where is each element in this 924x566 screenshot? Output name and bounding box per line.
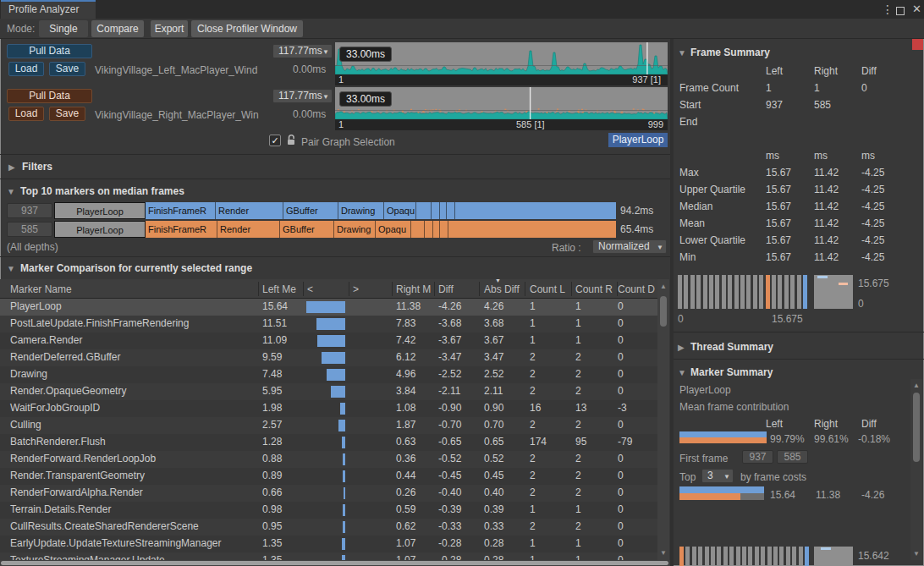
table-hscroll-thumb[interactable] — [1, 561, 668, 565]
table-row[interactable]: Render.OpaqueGeometry5.953.84-2.112.1122… — [0, 383, 657, 400]
marker-segment[interactable]: GBuffer — [280, 221, 334, 238]
col-left-bar[interactable]: < — [307, 283, 313, 295]
selected-marker-chip[interactable]: PlayerLoop — [608, 133, 668, 147]
frame-summary-foldout-icon[interactable]: ▼ — [678, 48, 686, 58]
filters-title[interactable]: Filters — [22, 161, 52, 173]
ms-histogram[interactable] — [679, 547, 811, 566]
maximize-icon[interactable] — [896, 5, 905, 19]
marker-segment[interactable]: Opaqu — [384, 202, 416, 219]
close-profiler-button[interactable]: Close Profiler Window — [191, 20, 303, 37]
pull-data-left-button[interactable]: Pull Data — [7, 44, 92, 58]
export-button[interactable]: Export — [151, 20, 188, 37]
hist-bar — [729, 547, 734, 566]
right-yaxis-dropdown[interactable]: 117.77ms▼ — [272, 89, 333, 103]
marker-segment[interactable]: Render — [216, 202, 283, 219]
first-frame-left-button[interactable]: 937 — [742, 450, 773, 464]
filters-foldout-icon[interactable]: ▶ — [8, 162, 15, 172]
marker-segment[interactable] — [411, 221, 425, 238]
thread-summary-title[interactable]: Thread Summary — [690, 341, 773, 353]
table-row[interactable]: WaitForJobGroupID1.981.08-0.900.901613-3 — [0, 400, 657, 417]
marker-summary-foldout-icon[interactable]: ▼ — [678, 368, 686, 377]
marker-segment[interactable]: GBuffer — [283, 202, 338, 219]
load-left-button[interactable]: Load — [8, 62, 44, 76]
table-row[interactable]: EarlyUpdate.UpdateTextureStreamingManage… — [0, 536, 657, 552]
marker-segment[interactable]: Render — [217, 221, 280, 238]
scroll-up-icon[interactable]: ▲ — [910, 382, 922, 389]
panel-vscrollbar[interactable]: ▲ ▼ — [910, 379, 922, 560]
panel-vscroll-thumb[interactable] — [913, 393, 920, 462]
marker-segment[interactable]: FinishFrameR — [146, 202, 216, 219]
table-row[interactable]: PostLateUpdate.FinishFrameRendering11.51… — [0, 316, 657, 332]
pair-graph-checkbox[interactable]: ✓ — [269, 135, 281, 146]
mode-compare-button[interactable]: Compare — [91, 20, 144, 37]
fs-boxplot[interactable] — [814, 275, 853, 309]
marker-segment[interactable]: Drawing — [338, 202, 384, 219]
first-frame-right-button[interactable]: 585 — [777, 450, 808, 464]
scroll-down-icon[interactable]: ▼ — [910, 550, 922, 558]
median-frame-bar[interactable]: PlayerLoopFinishFrameRRenderGBufferDrawi… — [54, 221, 616, 238]
marker-segment[interactable] — [425, 221, 433, 238]
marker-segment[interactable] — [440, 202, 447, 219]
marker-segment[interactable]: Opaqu — [376, 221, 411, 238]
median-frame-bar[interactable]: PlayerLoopFinishFrameRRenderGBufferDrawi… — [54, 202, 616, 219]
table-row[interactable]: Culling2.571.87-0.700.70220 — [0, 417, 657, 434]
mode-single-button[interactable]: Single — [39, 20, 88, 37]
left-yaxis-dropdown[interactable]: 117.77ms▼ — [272, 44, 333, 58]
tab-profile-analyzer[interactable]: Profile Analyzer — [1, 0, 96, 19]
marker-segment[interactable]: Drawing — [334, 221, 376, 238]
table-row[interactable]: RenderForwardAlpha.Render0.660.26-0.400.… — [0, 485, 657, 502]
ms-boxplot[interactable] — [814, 547, 853, 566]
col-count-left[interactable]: Count L — [530, 283, 565, 295]
top10-foldout-icon[interactable]: ▼ — [7, 187, 15, 196]
table-vscrollbar[interactable]: ▲ ▼ — [657, 279, 669, 560]
unlock-icon[interactable] — [286, 134, 296, 149]
scroll-down-icon[interactable]: ▼ — [657, 549, 669, 557]
table-row[interactable]: TextureStreamingManager.Update1.351.07-0… — [0, 552, 657, 560]
comparison-table-header[interactable]: Marker Name Left Me < > Right M Diff Abs… — [0, 279, 657, 299]
pull-data-right-button[interactable]: Pull Data — [7, 89, 92, 103]
col-marker-name[interactable]: Marker Name — [10, 283, 72, 295]
table-row[interactable]: Render.TransparentGeometry0.890.44-0.450… — [0, 468, 657, 485]
marker-segment[interactable] — [455, 202, 616, 219]
top-n-dropdown[interactable]: 3▼ — [701, 469, 734, 483]
table-row[interactable]: BatchRenderer.Flush1.280.63-0.650.651749… — [0, 434, 657, 451]
load-right-button[interactable]: Load — [8, 107, 44, 121]
menu-icon[interactable]: ⋮ — [882, 3, 894, 16]
table-row[interactable]: CullResults.CreateSharedRendererScene0.9… — [0, 519, 657, 536]
col-left-median[interactable]: Left Me — [262, 283, 296, 295]
col-count-right[interactable]: Count R — [575, 283, 613, 295]
col-diff[interactable]: Diff — [438, 283, 454, 295]
marker-segment[interactable]: FinishFrameR — [146, 221, 217, 238]
table-vscroll-thumb[interactable] — [660, 296, 667, 327]
scroll-up-icon[interactable]: ▲ — [657, 283, 669, 290]
marker-segment[interactable] — [433, 221, 440, 238]
table-row[interactable]: Camera.Render11.097.42-3.673.67110 — [0, 332, 657, 349]
col-abs-diff[interactable]: Abs Diff — [484, 283, 520, 295]
marker-segment[interactable] — [440, 221, 448, 238]
panel-scrollbar-top-thumb[interactable] — [912, 39, 923, 50]
close-icon[interactable]: ✕ — [912, 3, 921, 16]
col-right-bar[interactable]: > — [353, 283, 359, 295]
ratio-dropdown[interactable]: Normalized▼ — [592, 239, 667, 254]
table-row[interactable]: Drawing7.484.96-2.522.52220 — [0, 366, 657, 383]
frame-number-button[interactable]: 585 — [7, 222, 52, 237]
table-row[interactable]: RenderForward.RenderLoopJob0.880.36-0.52… — [0, 451, 657, 468]
frame-number-button[interactable]: 937 — [7, 203, 52, 218]
table-row[interactable]: PlayerLoop15.6411.38-4.264.26110 — [0, 299, 657, 316]
marker-segment[interactable] — [447, 202, 455, 219]
thread-summary-foldout-icon[interactable]: ▶ — [678, 343, 685, 352]
col-count-diff[interactable]: Count D — [618, 283, 655, 295]
marker-segment[interactable]: PlayerLoop — [54, 221, 146, 238]
save-left-button[interactable]: Save — [49, 62, 85, 76]
table-row[interactable]: RenderDeferred.GBuffer9.596.12-3.473.472… — [0, 349, 657, 366]
comparison-foldout-icon[interactable]: ▼ — [7, 264, 15, 273]
table-hscrollbar[interactable] — [0, 560, 670, 566]
fs-histogram[interactable] — [678, 275, 809, 309]
marker-segment[interactable] — [416, 202, 432, 219]
marker-segment[interactable] — [432, 202, 440, 219]
table-row[interactable]: Terrain.Details.Render0.980.59-0.390.391… — [0, 502, 657, 519]
save-right-button[interactable]: Save — [49, 107, 85, 121]
col-right-median[interactable]: Right M — [396, 283, 431, 295]
marker-segment[interactable]: PlayerLoop — [54, 202, 146, 219]
marker-segment[interactable] — [448, 221, 616, 238]
